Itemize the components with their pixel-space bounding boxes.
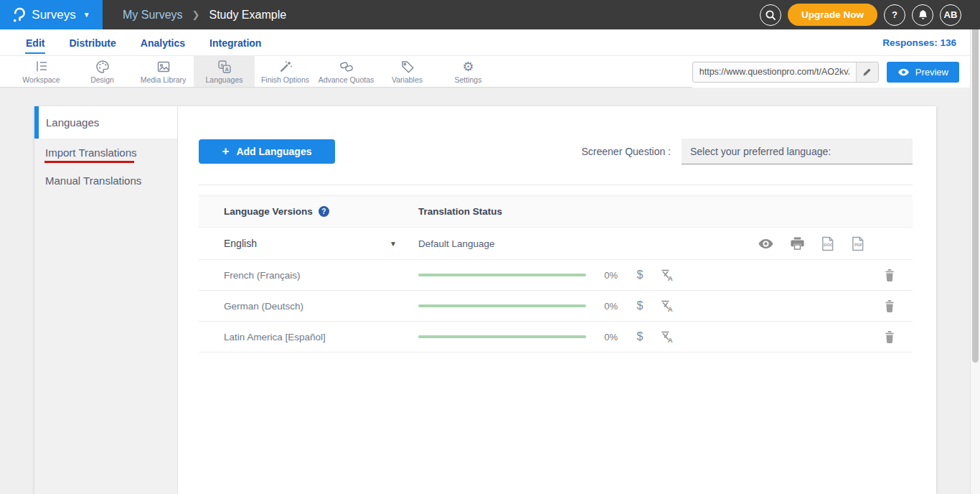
red-underline-annotation (44, 161, 134, 163)
breadcrumb-separator-icon: ❯ (192, 9, 200, 20)
default-language-status-cell: Default Language DOC (418, 236, 913, 251)
add-languages-button[interactable]: + Add Languages (199, 139, 335, 164)
column-header-translation-status: Translation Status (418, 206, 502, 217)
magic-wand-icon (278, 60, 293, 74)
toolbar-item-finish-options[interactable]: Finish Options (255, 56, 316, 87)
table-row-language: French (Français) 0% $ A (199, 260, 913, 291)
tab-edit[interactable]: Edit (25, 31, 45, 54)
language-name-cell: German (Deutsch) (199, 301, 418, 312)
paid-translation-button[interactable]: $ (636, 299, 644, 312)
toolbar-label: Media Library (141, 75, 187, 84)
search-button[interactable] (760, 4, 781, 26)
pdf-badge-text: PDF (854, 242, 863, 246)
chevron-down-icon: ▼ (83, 11, 90, 19)
table-header-row: Language Versions ? Translation Status (199, 195, 913, 228)
image-icon (156, 60, 171, 74)
chain-link-icon (339, 60, 354, 74)
language-name: Latin America [Español] (224, 332, 326, 342)
toolbar-label: Workspace (22, 75, 60, 84)
translation-progress-bar (418, 304, 586, 307)
languages-sidebar: Languages Import Translations Manual Tra… (34, 106, 178, 494)
language-status-cell: 0% $ A (418, 269, 913, 281)
toolbar-item-variables[interactable]: Variables (377, 56, 438, 87)
language-name: French (Français) (224, 270, 301, 281)
svg-text:A: A (668, 305, 673, 312)
help-icon[interactable]: ? (319, 206, 329, 217)
top-header-bar: Surveys ▼ My Surveys ❯ Study Example Upg… (0, 0, 980, 29)
screener-question-group: Screener Question : Select your preferre… (581, 139, 913, 164)
help-button[interactable]: ? (884, 4, 905, 26)
toolbar-item-media-library[interactable]: Media Library (133, 56, 194, 87)
sidebar-item-label: Import Translations (45, 146, 137, 159)
translation-percent: 0% (595, 301, 618, 312)
responses-count-link[interactable]: Responses: 136 (882, 37, 956, 48)
edit-url-button[interactable] (856, 62, 878, 82)
view-language-button[interactable] (758, 238, 774, 249)
table-row-default-language: English ▼ Default Language (199, 228, 913, 260)
default-language-cell: English ▼ (199, 238, 418, 249)
auto-translate-button[interactable]: A (660, 330, 674, 343)
scrollbar-thumb[interactable] (972, 1, 979, 363)
translation-percent: 0% (595, 332, 618, 342)
survey-url-input[interactable] (693, 62, 856, 82)
avatar[interactable]: AB (940, 4, 961, 26)
export-doc-button[interactable]: DOC (821, 236, 834, 251)
palette-icon (95, 60, 110, 74)
default-language-status: Default Language (418, 238, 495, 249)
toolbar-item-languages[interactable]: x A Languages (194, 56, 255, 87)
table-row-language: German (Deutsch) 0% $ A (199, 291, 913, 322)
language-rows-container: French (Français) 0% $ A (199, 260, 913, 353)
page-scrollbar[interactable] (970, 0, 980, 494)
language-name-cell: French (Français) (199, 270, 418, 281)
delete-language-button[interactable] (885, 269, 895, 281)
gear-icon: ⚙ (462, 60, 473, 74)
page-content: Languages Import Translations Manual Tra… (0, 88, 970, 494)
language-name: German (Deutsch) (224, 301, 303, 312)
preview-button[interactable]: Preview (887, 62, 959, 83)
toolbar-item-settings[interactable]: ⚙ Settings (438, 56, 499, 87)
language-status-cell: 0% $ A (418, 330, 913, 343)
sidebar-item-import-translations[interactable]: Import Translations (34, 139, 177, 167)
toolbar-label: Finish Options (261, 75, 309, 84)
toolbar-item-advance-quotas[interactable]: Advance Quotas (316, 56, 377, 87)
export-pdf-button[interactable]: PDF (851, 236, 864, 251)
auto-translate-button[interactable]: A (660, 269, 674, 281)
translate-icon: x A (217, 60, 232, 74)
language-name-cell: Latin America [Español] (199, 332, 418, 342)
languages-card: Languages Import Translations Manual Tra… (34, 106, 936, 494)
toolbar-item-design[interactable]: Design (72, 56, 133, 87)
chevron-down-icon[interactable]: ▼ (390, 240, 397, 248)
screener-question-select[interactable]: Select your preferred language: (682, 139, 913, 164)
questionpro-logo-icon (12, 6, 26, 23)
notifications-button[interactable] (912, 4, 933, 26)
default-language-name: English (224, 238, 257, 249)
translation-progress-bar (418, 274, 586, 276)
delete-language-button[interactable] (885, 331, 895, 343)
table-row-language: Latin America [Español] 0% $ A (199, 322, 913, 353)
sidebar-item-languages[interactable]: Languages (34, 106, 177, 139)
tab-distribute[interactable]: Distribute (68, 31, 116, 54)
language-status-cell: 0% $ A (418, 299, 913, 312)
workspace-icon (34, 60, 49, 74)
breadcrumb-my-surveys[interactable]: My Surveys (123, 9, 183, 22)
toolbar-right-group: Preview (692, 56, 980, 88)
delete-language-button[interactable] (885, 300, 895, 312)
default-row-actions: DOC PDF (758, 236, 864, 251)
paid-translation-button[interactable]: $ (636, 269, 644, 281)
sidebar-item-manual-translations[interactable]: Manual Translations (34, 167, 177, 195)
print-language-button[interactable] (791, 237, 804, 250)
translation-percent: 0% (595, 270, 618, 281)
doc-badge-text: DOC (824, 242, 833, 246)
translation-progress-bar (418, 335, 586, 338)
paid-translation-button[interactable]: $ (636, 330, 644, 343)
svg-text:A: A (225, 66, 229, 73)
auto-translate-button[interactable]: A (660, 299, 674, 312)
svg-text:A: A (668, 274, 673, 281)
product-switcher[interactable]: Surveys ▼ (0, 0, 103, 29)
upgrade-now-button[interactable]: Upgrade Now (788, 4, 877, 26)
tab-integration[interactable]: Integration (209, 31, 262, 54)
preview-label: Preview (915, 67, 948, 78)
survey-nav-tabs: Edit Distribute Analytics Integration Re… (0, 29, 980, 56)
toolbar-item-workspace[interactable]: Workspace (11, 56, 72, 87)
tab-analytics[interactable]: Analytics (140, 31, 186, 54)
